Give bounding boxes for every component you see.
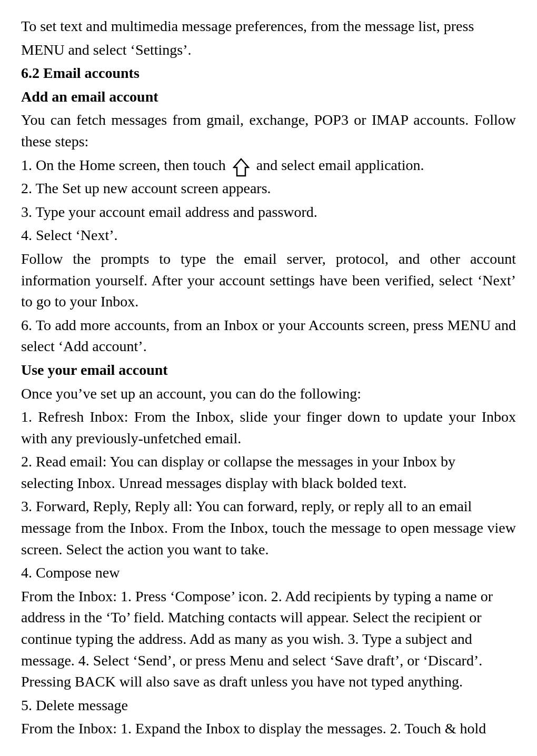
para-fetch: You can fetch messages from gmail, excha… <box>21 110 516 152</box>
step2: 2. The Set up new account screen appears… <box>21 178 516 200</box>
use2-line1: 2. Read email: You can display or collap… <box>21 453 455 470</box>
use2: 2. Read email: You can display or collap… <box>21 451 516 494</box>
use4-detail-line3: continue typing the address. Add as many… <box>21 631 472 647</box>
use3-line2: message from the Inbox. From the Inbox, … <box>21 520 516 558</box>
home-icon <box>233 158 250 175</box>
use2-line2: selecting Inbox. Unread messages display… <box>21 475 406 491</box>
step1: 1. On the Home screen, then touch and se… <box>21 155 516 176</box>
page-content: To set text and multimedia message prefe… <box>21 16 516 756</box>
use4-detail-line4: message. 4. Select ‘Send’, or press Menu… <box>21 652 482 669</box>
para-once: Once you’ve set up an account, you can d… <box>21 383 516 405</box>
section-heading: 6.2 Email accounts <box>21 63 516 84</box>
step1-part1: 1. On the Home screen, then touch <box>21 157 226 173</box>
page-number: 22 <box>21 750 516 756</box>
use5-label: 5. Delete message <box>21 695 516 717</box>
intro-line1: To set text and multimedia message prefe… <box>21 16 516 37</box>
use1: 1. Refresh Inbox: From the Inbox, slide … <box>21 406 516 449</box>
subsection-add-heading: Add an email account <box>21 86 516 108</box>
use4-detail-line1: From the Inbox: 1. Press ‘Compose’ icon.… <box>21 588 493 604</box>
use3-line1: 3. Forward, Reply, Reply all: You can fo… <box>21 498 472 514</box>
use4-detail: From the Inbox: 1. Press ‘Compose’ icon.… <box>21 586 516 693</box>
step1-part2: and select email application. <box>256 157 424 173</box>
use3: 3. Forward, Reply, Reply all: You can fo… <box>21 496 516 560</box>
use5-detail: From the Inbox: 1. Expand the Inbox to d… <box>21 718 516 740</box>
intro-line2: MENU and select ‘Settings’. <box>21 39 516 61</box>
step4: 4. Select ‘Next’. <box>21 225 516 246</box>
subsection-use-heading: Use your email account <box>21 360 516 381</box>
step3: 3. Type your account email address and p… <box>21 202 516 223</box>
use4-detail-line5: Pressing BACK will also save as draft un… <box>21 673 463 690</box>
use4-label: 4. Compose new <box>21 562 516 584</box>
svg-marker-0 <box>234 159 248 176</box>
follow-text: Follow the prompts to type the email ser… <box>21 248 516 313</box>
use4-detail-line2: address in the ‘To’ field. Matching cont… <box>21 609 482 625</box>
step6: 6. To add more accounts, from an Inbox o… <box>21 315 516 357</box>
